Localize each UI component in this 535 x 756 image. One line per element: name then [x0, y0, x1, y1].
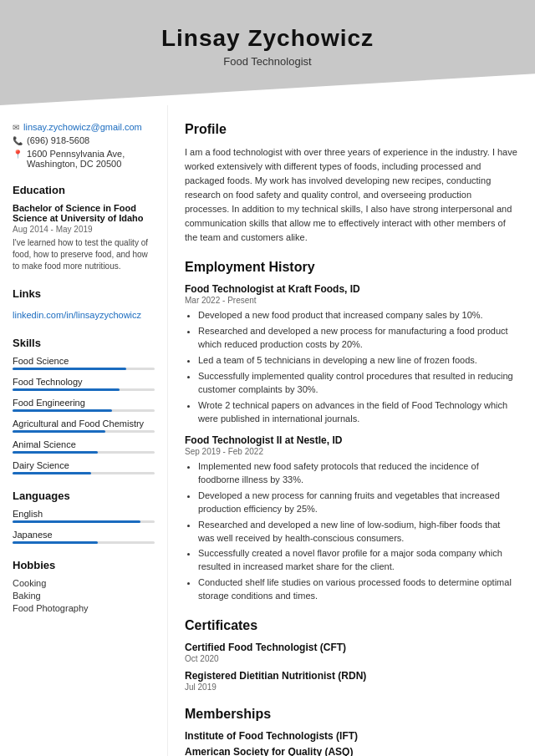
- edu-description: I've learned how to test the quality of …: [13, 237, 155, 272]
- skill-bar-fill: [13, 409, 112, 412]
- skills-heading: Skills: [13, 337, 155, 349]
- contact-section: ✉ linsay.zychowicz@gmail.com 📞 (696) 918…: [13, 122, 155, 169]
- language-bar-fill: [13, 541, 98, 544]
- skill-bar-fill: [13, 368, 126, 370]
- hobbies-heading: Hobbies: [13, 559, 155, 571]
- language-bar-fill: [13, 520, 140, 523]
- certificates-section: Certificates Certified Food Technologist…: [185, 618, 518, 692]
- skill-bar-bg: [13, 472, 155, 474]
- email-link[interactable]: linsay.zychowicz@gmail.com: [23, 122, 142, 132]
- cert-date: Jul 2019: [185, 682, 518, 692]
- skill-item: Agricultural and Food Chemistry: [13, 419, 155, 433]
- cert-name: Certified Food Technologist (CFT): [185, 642, 518, 653]
- employment-heading: Employment History: [185, 260, 518, 277]
- resume: Linsay Zychowicz Food Technologist ✉ lin…: [0, 0, 535, 756]
- skill-bar-bg: [13, 451, 155, 454]
- address-text: 1600 Pennsylvania Ave, Washington, DC 20…: [27, 149, 125, 169]
- links-heading: Links: [13, 287, 155, 300]
- skill-name: Food Technology: [13, 377, 155, 387]
- skill-name: Animal Science: [13, 439, 155, 449]
- education-heading: Education: [13, 184, 155, 196]
- profile-text: I am a food technologist with over three…: [185, 145, 518, 245]
- jobs-list: Food Technologist at Kraft Foods, ID Mar…: [185, 283, 518, 603]
- hobbies-list: CookingBakingFood Photography: [13, 578, 155, 613]
- location-icon: 📍: [13, 150, 23, 159]
- job-bullets: Developed a new food product that increa…: [185, 309, 518, 426]
- edu-degree: Bachelor of Science in Food Science at U…: [13, 203, 155, 223]
- skill-item: Food Technology: [13, 377, 155, 391]
- hobby-item: Baking: [13, 591, 155, 601]
- skill-name: Agricultural and Food Chemistry: [13, 419, 155, 429]
- body: ✉ linsay.zychowicz@gmail.com 📞 (696) 918…: [0, 105, 535, 756]
- skill-item: Food Engineering: [13, 398, 155, 412]
- job-bullets: Implemented new food safety protocols th…: [185, 460, 518, 603]
- job-title: Food Technologist at Kraft Foods, ID: [185, 283, 518, 295]
- language-bar-bg: [13, 541, 155, 544]
- skill-item: Food Science: [13, 356, 155, 370]
- candidate-title: Food Technologist: [17, 55, 518, 68]
- email-item: ✉ linsay.zychowicz@gmail.com: [13, 122, 155, 132]
- cert-date: Oct 2020: [185, 654, 518, 663]
- skill-item: Animal Science: [13, 439, 155, 454]
- certs-list: Certified Food Technologist (CFT) Oct 20…: [185, 642, 518, 692]
- bullet-item: Wrote 2 technical papers on advances in …: [198, 399, 518, 426]
- skill-bar-bg: [13, 430, 155, 433]
- skill-bar-fill: [13, 388, 120, 391]
- membership-item: Institute of Food Technologists (IFT): [185, 730, 518, 742]
- job-date: Sep 2019 - Feb 2022: [185, 447, 518, 456]
- cert-item: Certified Food Technologist (CFT) Oct 20…: [185, 642, 518, 663]
- bullet-item: Successfully created a novel flavor prof…: [198, 547, 518, 574]
- header: Linsay Zychowicz Food Technologist: [0, 0, 535, 105]
- bullet-item: Conducted shelf life studies on various …: [198, 576, 518, 603]
- address-item: 📍 1600 Pennsylvania Ave, Washington, DC …: [13, 149, 155, 169]
- languages-heading: Languages: [13, 490, 155, 502]
- language-item: Japanese: [13, 530, 155, 544]
- skill-bar-fill: [13, 430, 105, 433]
- sidebar: ✉ linsay.zychowicz@gmail.com 📞 (696) 918…: [0, 105, 167, 756]
- skill-item: Dairy Science: [13, 460, 155, 474]
- job-date: Mar 2022 - Present: [185, 296, 518, 305]
- bullet-item: Researched and developed a new line of l…: [198, 519, 518, 545]
- language-item: English: [13, 509, 155, 523]
- bullet-item: Developed a new process for canning frui…: [198, 490, 518, 516]
- job-item: Food Technologist at Kraft Foods, ID Mar…: [185, 283, 518, 426]
- phone-icon: 📞: [13, 136, 23, 145]
- skill-bar-fill: [13, 472, 91, 474]
- candidate-name: Linsay Zychowicz: [17, 25, 518, 52]
- profile-heading: Profile: [185, 122, 518, 139]
- skill-bar-bg: [13, 409, 155, 412]
- bullet-item: Implemented new food safety protocols th…: [198, 460, 518, 487]
- memberships-list: Institute of Food Technologists (IFT)Ame…: [185, 730, 518, 756]
- language-name: Japanese: [13, 530, 155, 540]
- hobby-item: Cooking: [13, 578, 155, 588]
- linkedin-link[interactable]: linkedin.com/in/linsayzychowicz: [13, 310, 141, 320]
- job-item: Food Technologist II at Nestle, ID Sep 2…: [185, 434, 518, 603]
- hobbies-section: Hobbies CookingBakingFood Photography: [13, 559, 155, 613]
- profile-section: Profile I am a food technologist with ov…: [185, 122, 518, 245]
- hobby-item: Food Photography: [13, 603, 155, 613]
- linkedin-item: linkedin.com/in/linsayzychowicz: [13, 307, 155, 322]
- languages-section: Languages English Japanese: [13, 490, 155, 544]
- memberships-section: Memberships Institute of Food Technologi…: [185, 707, 518, 756]
- skill-bar-bg: [13, 388, 155, 391]
- phone-text: (696) 918-5608: [27, 135, 89, 145]
- cert-item: Registered Dietitian Nutritionist (RDN) …: [185, 670, 518, 692]
- edu-dates: Aug 2014 - May 2019: [13, 225, 155, 234]
- bullet-item: Successfully implemented quality control…: [198, 370, 518, 397]
- cert-name: Registered Dietitian Nutritionist (RDN): [185, 670, 518, 682]
- email-icon: ✉: [13, 123, 19, 132]
- memberships-heading: Memberships: [185, 707, 518, 723]
- job-title: Food Technologist II at Nestle, ID: [185, 434, 518, 446]
- employment-section: Employment History Food Technologist at …: [185, 260, 518, 603]
- certificates-heading: Certificates: [185, 618, 518, 635]
- language-name: English: [13, 509, 155, 519]
- skills-section: Skills Food Science Food Technology Food…: [13, 337, 155, 474]
- bullet-item: Led a team of 5 technicians in developin…: [198, 354, 518, 368]
- skill-bar-fill: [13, 451, 98, 454]
- skill-name: Food Science: [13, 356, 155, 366]
- languages-list: English Japanese: [13, 509, 155, 544]
- education-section: Education Bachelor of Science in Food Sc…: [13, 184, 155, 272]
- skill-name: Dairy Science: [13, 460, 155, 470]
- skill-name: Food Engineering: [13, 398, 155, 408]
- main-content: Profile I am a food technologist with ov…: [167, 105, 535, 756]
